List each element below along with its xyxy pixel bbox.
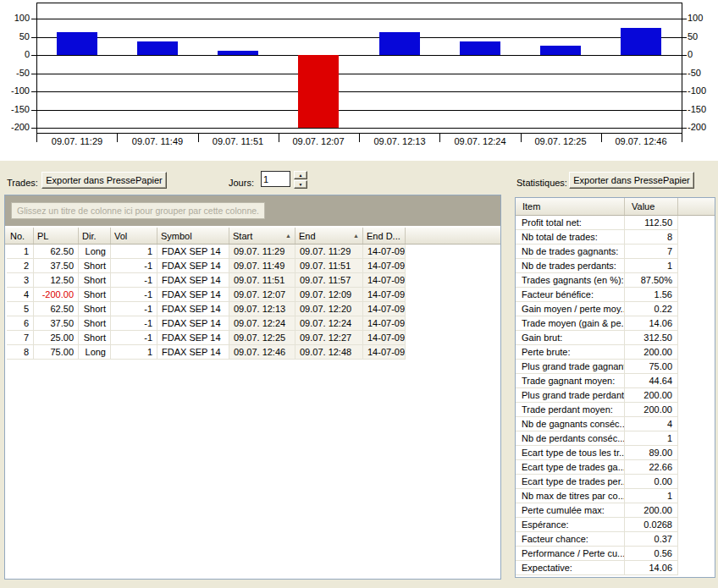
stats-row[interactable]: Expectative:14.06 (516, 561, 715, 575)
cell: 14-07-09 (363, 288, 406, 302)
gridline (31, 74, 687, 74)
export-trades-button[interactable]: Exporter dans PressePapier (41, 172, 167, 189)
cell: 09.07. 11:29 (295, 245, 363, 259)
stats-row[interactable]: Nb total de trades:8 (516, 230, 715, 245)
stats-filler-cell (678, 489, 715, 503)
column-header-symbol[interactable]: Symbol (157, 228, 229, 244)
spinner-down-icon[interactable]: ▼ (294, 180, 307, 189)
cell: Short (79, 288, 111, 302)
cell: 09.07. 11:57 (295, 273, 363, 288)
cell: -1 (111, 259, 157, 273)
y-axis-label-left: -50 (0, 68, 30, 78)
bar (379, 32, 420, 55)
cell: 37.50 (34, 316, 79, 331)
stats-row[interactable]: Nb max de titres par co...1 (516, 489, 715, 503)
y-axis-label-left: -100 (0, 85, 30, 96)
spinner-up-icon[interactable]: ▲ (294, 171, 307, 179)
stats-row[interactable]: Facteur chance:0.37 (516, 532, 715, 547)
stats-row[interactable]: Perte brute:200.00 (516, 345, 715, 360)
stats-row[interactable]: Nb de trades perdants:1 (516, 259, 715, 273)
column-header-dir[interactable]: Dir. (79, 228, 111, 244)
y-axis-label-right: -200 (688, 122, 717, 132)
cell: 6 (7, 316, 34, 331)
column-header-end[interactable]: End▲ (295, 228, 363, 244)
stats-row[interactable]: Profit total net:112.50 (516, 216, 715, 230)
stats-row[interactable]: Trade gagnant moyen:44.64 (516, 374, 715, 388)
table-row[interactable]: 875.00Long1FDAX SEP 1409.07. 12:4609.07.… (7, 345, 500, 360)
gridline (31, 55, 687, 56)
cell: 4 (7, 288, 34, 302)
stats-row[interactable]: Plus grand trade perdant:200.00 (516, 388, 715, 403)
stats-row[interactable]: Nb de gagnants conséc...4 (516, 417, 715, 431)
y-axis-line-right (682, 3, 682, 142)
stats-row[interactable]: Trade perdant moyen:200.00 (516, 403, 715, 417)
gridline (31, 19, 687, 19)
cell: Long (79, 345, 111, 360)
stats-value-cell: 312.50 (625, 331, 678, 345)
stats-row[interactable]: Nb de trades gagnants:7 (516, 245, 715, 259)
stats-row[interactable]: Facteur bénéfice:1.56 (516, 288, 715, 302)
table-row[interactable]: 637.50Short-1FDAX SEP 1409.07. 12:2409.0… (7, 316, 500, 331)
cell: -1 (111, 288, 157, 302)
stats-row[interactable]: Ecart type de trades per...0.00 (516, 475, 715, 489)
stats-filler-cell (678, 403, 715, 417)
table-row[interactable]: 725.00Short-1FDAX SEP 1409.07. 12:2509.0… (7, 331, 500, 345)
column-header-endd[interactable]: End D... (363, 228, 406, 244)
cell: FDAX SEP 14 (157, 331, 229, 345)
stats-filler-cell (678, 503, 715, 518)
stats-item-cell: Ecart type de tous les tr... (516, 446, 625, 460)
column-header-no[interactable]: No. (7, 228, 34, 244)
stats-row[interactable]: Ecart type de trades ga...22.66 (516, 460, 715, 475)
y-axis-label-right: -100 (688, 85, 717, 96)
column-header-pl[interactable]: PL (34, 228, 79, 244)
x-axis-tick (117, 133, 118, 142)
stats-item-cell: Trade moyen (gain & pe... (516, 316, 625, 331)
table-row[interactable]: 562.50Short-1FDAX SEP 1409.07. 12:1309.0… (7, 302, 500, 316)
cell: FDAX SEP 14 (157, 288, 229, 302)
group-by-panel[interactable]: Glissez un titre de colonne ici pour gro… (5, 195, 500, 226)
stats-header-value[interactable]: Value (625, 198, 678, 215)
stats-row[interactable]: Perte cumulée max:200.00 (516, 503, 715, 518)
table-row[interactable]: 312.50Short-1FDAX SEP 1409.07. 11:5109.0… (7, 273, 500, 288)
stats-row[interactable]: Gain moyen / perte moy...0.22 (516, 302, 715, 316)
stats-filler-cell (678, 216, 715, 230)
stats-item-cell: Nb de trades gagnants: (516, 245, 625, 259)
stats-item-cell: Gain brut: (516, 331, 625, 345)
bar (460, 41, 500, 55)
cell: -1 (111, 273, 157, 288)
stats-value-cell: 8 (625, 230, 678, 245)
gridline (31, 110, 687, 111)
column-header-start[interactable]: Start▲ (229, 228, 295, 244)
stats-filler-cell (678, 360, 715, 374)
stats-row[interactable]: Gain brut:312.50 (516, 331, 715, 345)
table-row[interactable]: 162.50Long1FDAX SEP 1409.07. 11:2909.07.… (7, 245, 500, 259)
stats-item-cell: Nb total de trades: (516, 230, 625, 245)
x-axis-label: 09.07. 12:24 (439, 136, 521, 146)
cell: 1 (111, 245, 157, 259)
export-stats-button[interactable]: Exporter dans PressePapier (569, 172, 694, 189)
stats-row[interactable]: Performance / Perte cu...0.56 (516, 547, 715, 561)
bar (57, 32, 97, 55)
table-row[interactable]: 4-200.00Short-1FDAX SEP 1409.07. 12:0709… (7, 288, 500, 302)
stats-row[interactable]: Plus grand trade gagnant:75.00 (516, 360, 715, 374)
column-header-label: Vol (114, 228, 127, 244)
stats-row[interactable]: Espérance:0.0268 (516, 518, 715, 532)
jours-input[interactable] (261, 171, 290, 187)
stats-filler-cell (678, 460, 715, 475)
stats-value-cell: 22.66 (625, 460, 678, 475)
y-axis-label-left: 100 (0, 13, 30, 23)
stats-row[interactable]: Trade moyen (gain & pe...14.06 (516, 316, 715, 331)
table-row[interactable]: 237.50Short-1FDAX SEP 1409.07. 11:4909.0… (7, 259, 500, 273)
stats-item-cell: Perte brute: (516, 345, 625, 360)
column-header-vol[interactable]: Vol (111, 228, 157, 244)
stats-header-item[interactable]: Item (516, 198, 625, 215)
stats-filler-cell (678, 316, 715, 331)
stats-item-cell: Trades gagnants (en %): (516, 273, 625, 288)
stats-row[interactable]: Nb de perdants conséc...1 (516, 431, 715, 446)
stats-row[interactable]: Trades gagnants (en %):87.50% (516, 273, 715, 288)
cell: 5 (7, 302, 34, 316)
x-axis-label: 09.07. 11:29 (36, 136, 118, 146)
stats-row[interactable]: Ecart type de tous les tr...89.00 (516, 446, 715, 460)
stats-item-cell: Expectative: (516, 561, 625, 575)
stats-filler-cell (678, 288, 715, 302)
